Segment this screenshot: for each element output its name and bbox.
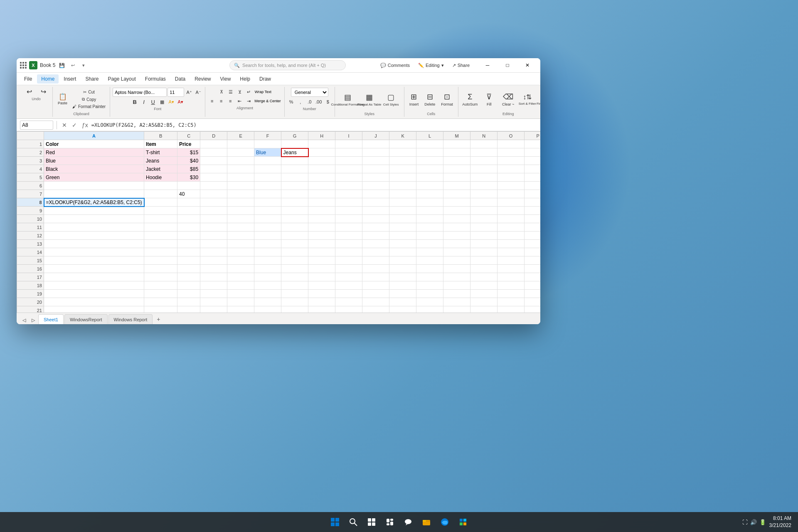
cell-K17[interactable] [389,273,416,281]
cell-L11[interactable] [416,223,443,232]
cell-B10[interactable] [144,215,177,223]
cell-L17[interactable] [416,273,443,281]
cell-F17[interactable] [254,273,281,281]
cell-B6[interactable] [144,182,177,190]
find-select-button[interactable]: 🔍 Find & Select [537,88,540,111]
cell-K16[interactable] [389,265,416,273]
col-header-o[interactable]: O [498,132,525,140]
cell-H13[interactable] [308,240,335,248]
cell-E21[interactable] [227,306,254,313]
cell-G14[interactable] [281,248,308,256]
cell-L13[interactable] [416,240,443,248]
cell-L5[interactable] [416,173,443,182]
align-bottom-button[interactable]: ⊻ [236,88,244,96]
cell-B4[interactable]: Jacket [144,165,177,173]
cell-F6[interactable] [254,182,281,190]
cell-I20[interactable] [335,298,362,306]
cell-L2[interactable] [416,148,443,157]
cell-F18[interactable] [254,281,281,290]
cell-K2[interactable] [389,148,416,157]
cell-D16[interactable] [200,265,227,273]
cell-L16[interactable] [416,265,443,273]
cell-H21[interactable] [308,306,335,313]
cell-O18[interactable] [498,281,525,290]
cell-H8[interactable] [308,198,335,207]
format-cells-button[interactable]: ⊡ Format [438,88,456,111]
cancel-formula-icon[interactable]: ✕ [60,121,69,129]
save-icon[interactable]: 💾 [58,61,66,69]
format-table-button[interactable]: ▦ Format As Table [359,88,380,111]
sheet-nav-right[interactable]: ▷ [29,316,37,324]
cell-L4[interactable] [416,165,443,173]
cell-N11[interactable] [470,223,498,232]
cell-B2[interactable]: T-shirt [144,148,177,157]
cell-A4[interactable]: Black [44,165,144,173]
menu-view[interactable]: View [216,74,235,84]
cell-J6[interactable] [362,182,389,190]
cell-F15[interactable] [254,256,281,265]
cell-L19[interactable] [416,290,443,298]
cell-F7[interactable] [254,190,281,198]
cell-D4[interactable] [200,165,227,173]
cell-N12[interactable] [470,232,498,240]
sheet-tab-windowsreport2[interactable]: Windows Report [108,314,153,324]
font-size-input[interactable] [167,88,184,97]
col-header-e[interactable]: E [227,132,254,140]
cell-L9[interactable] [416,207,443,215]
cell-B1[interactable]: Item [144,140,177,148]
cell-F12[interactable] [254,232,281,240]
cell-H12[interactable] [308,232,335,240]
cell-G18[interactable] [281,281,308,290]
cell-N18[interactable] [470,281,498,290]
cell-O12[interactable] [498,232,525,240]
cell-N9[interactable] [470,207,498,215]
cell-O15[interactable] [498,256,525,265]
cell-K8[interactable] [389,198,416,207]
cell-P15[interactable] [525,256,540,265]
cell-J3[interactable] [362,157,389,165]
cell-P21[interactable] [525,306,540,313]
cell-E1[interactable] [227,140,254,148]
cell-E19[interactable] [227,290,254,298]
cell-A5[interactable]: Green [44,173,144,182]
store-button[interactable] [455,514,471,530]
insert-function-icon[interactable]: ƒx [80,121,90,129]
menu-share[interactable]: Share [81,74,103,84]
cell-I12[interactable] [335,232,362,240]
cell-L14[interactable] [416,248,443,256]
cell-C21[interactable] [177,306,200,313]
sort-filter-button[interactable]: ↕⇅ Sort & Filter [518,88,537,111]
cell-I5[interactable] [335,173,362,182]
cell-C11[interactable] [177,223,200,232]
cell-K13[interactable] [389,240,416,248]
align-left-button[interactable]: ≡ [208,97,216,105]
format-painter-button[interactable]: 🖌 Format Painter [71,103,107,110]
cell-E13[interactable] [227,240,254,248]
cell-C6[interactable] [177,182,200,190]
cell-E14[interactable] [227,248,254,256]
menu-insert[interactable]: Insert [59,74,80,84]
cell-I10[interactable] [335,215,362,223]
cell-I1[interactable] [335,140,362,148]
menu-formulas[interactable]: Formulas [141,74,170,84]
cell-H17[interactable] [308,273,335,281]
cell-I7[interactable] [335,190,362,198]
cell-J11[interactable] [362,223,389,232]
cell-I13[interactable] [335,240,362,248]
wrap-text-button[interactable]: ↵ [245,88,253,96]
widgets-button[interactable] [382,514,398,530]
cell-K21[interactable] [389,306,416,313]
cell-G1[interactable] [281,140,308,148]
cell-G20[interactable] [281,298,308,306]
clear-button[interactable]: ⌫ Clear ~ [499,88,517,111]
cell-M17[interactable] [443,273,470,281]
cell-P5[interactable] [525,173,540,182]
cell-I11[interactable] [335,223,362,232]
cell-G17[interactable] [281,273,308,281]
cell-G15[interactable] [281,256,308,265]
cut-button[interactable]: ✂ Cut [71,89,107,95]
cell-I3[interactable] [335,157,362,165]
cell-A7[interactable] [44,190,144,198]
cell-F5[interactable] [254,173,281,182]
cell-M18[interactable] [443,281,470,290]
